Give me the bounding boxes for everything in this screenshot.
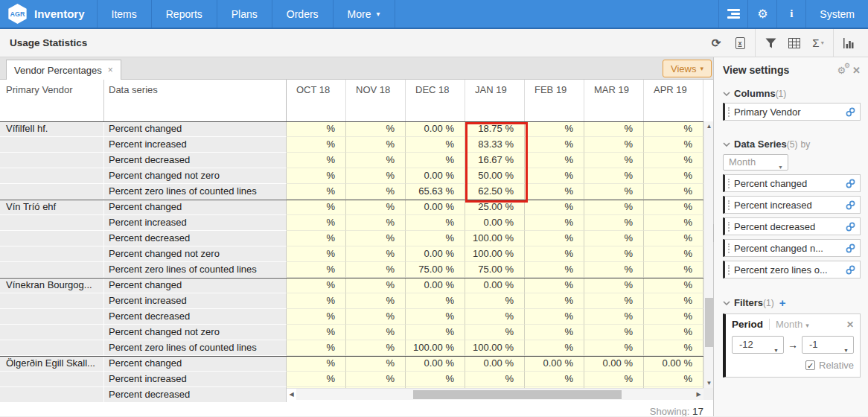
value-cell[interactable]: %: [346, 200, 406, 215]
horizontal-scroll-thumb[interactable]: [413, 390, 622, 399]
value-cell[interactable]: %: [584, 215, 644, 231]
section-filters-header[interactable]: Filters(1) +: [714, 296, 868, 309]
value-cell[interactable]: 0.00 %: [644, 356, 703, 372]
value-cell[interactable]: %: [287, 200, 346, 215]
add-filter-icon[interactable]: +: [779, 296, 786, 309]
value-cell[interactable]: 75.00 %: [465, 262, 525, 278]
value-cell[interactable]: %: [346, 168, 406, 184]
value-cell[interactable]: %: [584, 200, 644, 215]
value-cell[interactable]: 0.00 %: [406, 356, 465, 372]
scroll-left-icon[interactable]: ◀: [287, 389, 296, 401]
value-cell[interactable]: %: [644, 246, 703, 262]
panel-gears-icon[interactable]: ⚙⚙: [837, 65, 846, 76]
value-cell[interactable]: 25.00 %: [465, 200, 525, 215]
value-cell[interactable]: %: [525, 325, 584, 340]
value-cell[interactable]: %: [525, 309, 584, 325]
value-cell[interactable]: %: [644, 293, 703, 309]
value-cell[interactable]: 83.33 %: [465, 137, 525, 153]
column-header-month[interactable]: OCT 18: [287, 80, 346, 121]
value-cell[interactable]: %: [525, 184, 584, 200]
value-cell[interactable]: %: [346, 278, 406, 293]
nav-item-items[interactable]: Items: [98, 0, 152, 28]
value-cell[interactable]: %: [287, 309, 346, 325]
value-cell[interactable]: %: [346, 372, 406, 387]
nav-item-more[interactable]: More▾: [334, 0, 395, 28]
value-cell[interactable]: %: [644, 121, 703, 137]
value-cell[interactable]: %: [584, 278, 644, 293]
column-header-data-series[interactable]: Data series: [104, 80, 287, 121]
value-cell[interactable]: %: [525, 231, 584, 246]
value-cell[interactable]: %: [406, 153, 465, 168]
link-icon[interactable]: [846, 107, 855, 117]
value-cell[interactable]: 0.00 %: [406, 246, 465, 262]
panel-close-icon[interactable]: ✕: [852, 65, 861, 76]
value-cell[interactable]: %: [584, 168, 644, 184]
group-by-dropdown[interactable]: Month▼: [723, 154, 788, 171]
scroll-up-icon[interactable]: ▲: [704, 121, 713, 131]
relative-checkbox[interactable]: ✓: [805, 360, 815, 370]
value-cell[interactable]: 0.00 %: [465, 278, 525, 293]
value-cell[interactable]: %: [287, 215, 346, 231]
value-cell[interactable]: %: [525, 278, 584, 293]
value-cell[interactable]: %: [406, 325, 465, 340]
value-cell[interactable]: %: [584, 121, 644, 137]
data-series-item-card[interactable]: Percent increased: [723, 196, 861, 214]
column-header-month[interactable]: MAR 19: [584, 80, 644, 121]
value-cell[interactable]: %: [525, 168, 584, 184]
value-cell[interactable]: 16.67 %: [465, 153, 525, 168]
value-cell[interactable]: %: [584, 293, 644, 309]
value-cell[interactable]: 0.00 %: [525, 356, 584, 372]
value-cell[interactable]: %: [584, 246, 644, 262]
value-cell[interactable]: 62.50 %: [465, 184, 525, 200]
value-cell[interactable]: %: [644, 215, 703, 231]
value-cell[interactable]: 100.00 %: [406, 340, 465, 356]
value-cell[interactable]: %: [465, 372, 525, 387]
brand[interactable]: AGR Inventory: [0, 0, 98, 28]
vertical-scrollbar[interactable]: ▲ ▼: [703, 121, 713, 388]
value-cell[interactable]: 0.00 %: [406, 168, 465, 184]
value-cell[interactable]: %: [287, 153, 346, 168]
value-cell[interactable]: %: [346, 246, 406, 262]
drag-handle-icon[interactable]: [728, 265, 730, 275]
value-cell[interactable]: %: [525, 153, 584, 168]
column-header-month[interactable]: DEC 18: [406, 80, 465, 121]
value-cell[interactable]: %: [525, 340, 584, 356]
data-series-item-card[interactable]: Percent changed n...: [723, 239, 861, 257]
value-cell[interactable]: %: [525, 372, 584, 387]
views-button[interactable]: Views▾: [663, 60, 712, 77]
value-cell[interactable]: %: [644, 231, 703, 246]
value-cell[interactable]: %: [644, 168, 703, 184]
value-cell[interactable]: 18.75 %: [465, 121, 525, 137]
value-cell[interactable]: 100.00 %: [465, 340, 525, 356]
nav-item-plans[interactable]: Plans: [217, 0, 272, 28]
info-icon[interactable]: i: [776, 0, 805, 28]
data-series-item-card[interactable]: Percent changed: [723, 174, 861, 192]
column-header-month[interactable]: FEB 19: [525, 80, 584, 121]
value-cell[interactable]: 100.00 %: [465, 231, 525, 246]
value-cell[interactable]: 0.00 %: [465, 356, 525, 372]
value-cell[interactable]: %: [584, 325, 644, 340]
drag-handle-icon[interactable]: [728, 243, 730, 253]
filter-funnel-icon[interactable]: [759, 29, 782, 57]
value-cell[interactable]: %: [584, 184, 644, 200]
value-cell[interactable]: %: [644, 340, 703, 356]
vertical-scroll-thumb[interactable]: [705, 298, 713, 347]
chart-icon[interactable]: [837, 29, 861, 57]
value-cell[interactable]: %: [644, 200, 703, 215]
value-cell[interactable]: %: [644, 137, 703, 153]
value-cell[interactable]: %: [525, 262, 584, 278]
value-cell[interactable]: %: [346, 121, 406, 137]
value-cell[interactable]: %: [465, 293, 525, 309]
value-cell[interactable]: %: [287, 168, 346, 184]
value-cell[interactable]: %: [584, 372, 644, 387]
section-data-series-header[interactable]: Data Series(5) by: [714, 139, 868, 150]
value-cell[interactable]: %: [346, 184, 406, 200]
filter-mode-dropdown[interactable]: Month▾: [776, 319, 809, 330]
value-cell[interactable]: %: [287, 246, 346, 262]
value-cell[interactable]: %: [644, 325, 703, 340]
value-cell[interactable]: %: [525, 215, 584, 231]
value-cell[interactable]: %: [346, 356, 406, 372]
value-cell[interactable]: %: [406, 309, 465, 325]
value-cell[interactable]: 0.00 %: [465, 215, 525, 231]
value-cell[interactable]: %: [525, 293, 584, 309]
